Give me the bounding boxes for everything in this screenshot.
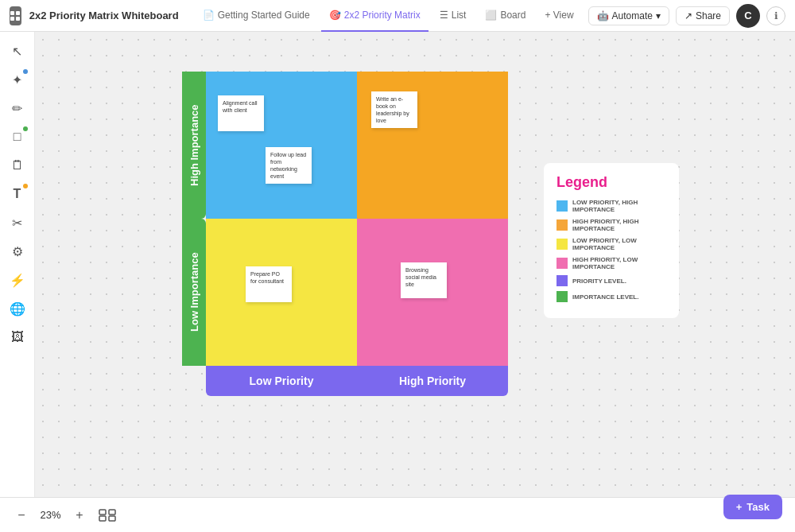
svg-rect-5 <box>109 510 115 515</box>
main: ↖ ✦ ✏ □ 🗒 T ✂ ⚙ ⚡ 🌐 <box>0 32 795 497</box>
matrix-bottom-row: Prepare PO for consultant Browsing socia… <box>206 219 508 366</box>
sidebar-item-globe[interactable]: 🌐 <box>5 296 30 321</box>
board-icon: ⬜ <box>485 10 497 21</box>
tab-list[interactable]: ☰ List <box>432 0 475 32</box>
svg-rect-0 <box>10 11 14 15</box>
sidebar-item-settings[interactable]: ⚙ <box>5 239 30 264</box>
automate-button[interactable]: 🤖 Automate ▾ <box>588 6 669 25</box>
sticky-social-media[interactable]: Browsing social media site <box>401 262 447 298</box>
matrix-grid: Alignment call with client Follow up lea… <box>206 72 508 366</box>
importance-labels: High Importance Low Importance <box>182 72 206 366</box>
legend-item-4: PRIORITY LEVEL. <box>556 275 666 286</box>
legend-color-green <box>556 291 568 302</box>
legend-title: Legend <box>556 174 666 191</box>
app-icon <box>10 6 21 25</box>
legend-color-blue <box>556 200 568 212</box>
legend-item-2: LOW PRIORITY, LOW IMPORTANCE <box>556 237 666 251</box>
cell-high-priority-low-importance[interactable]: Browsing social media site <box>357 219 508 366</box>
sidebar: ↖ ✦ ✏ □ 🗒 T ✂ ⚙ ⚡ 🌐 <box>0 32 35 497</box>
importance-high-label: High Importance <box>182 72 206 219</box>
legend-color-pink <box>556 258 568 269</box>
sidebar-item-transform[interactable]: ⚡ <box>5 267 30 293</box>
image-icon: 🖼 <box>11 330 24 344</box>
task-button[interactable]: + Task <box>723 495 782 519</box>
dot-yellow <box>23 184 28 188</box>
sticky-prepare-po[interactable]: Prepare PO for consultant <box>246 266 292 302</box>
svg-rect-2 <box>10 17 14 21</box>
pen-icon: ✏ <box>12 101 22 116</box>
sticky-followup[interactable]: Follow up lead from networking event <box>266 147 312 184</box>
sticky-ebook[interactable]: Write an e-book on leadership by love <box>371 91 417 128</box>
matrix-top-row: Alignment call with client Follow up lea… <box>206 72 508 219</box>
sticky-alignment[interactable]: Alignment call with client <box>218 95 264 131</box>
legend-color-yellow <box>556 239 568 250</box>
tab-view[interactable]: + View <box>537 0 581 32</box>
legend-color-orange <box>556 219 568 231</box>
svg-rect-1 <box>16 11 20 15</box>
info-button[interactable]: ℹ <box>766 6 785 25</box>
svg-rect-7 <box>109 516 115 521</box>
priority-high-label: High Priority <box>357 366 508 396</box>
priority-labels-row: Low Priority High Priority <box>206 366 508 396</box>
dot-green <box>23 126 28 131</box>
avatar: C <box>736 4 760 28</box>
chevron-down-icon: ▾ <box>656 10 661 21</box>
tab-getting-started[interactable]: 📄 Getting Started Guide <box>195 0 318 32</box>
doc-icon: 📄 <box>203 10 215 21</box>
cell-high-priority-high-importance[interactable]: Write an e-book on leadership by love <box>357 72 508 219</box>
sidebar-item-shapes[interactable]: □ <box>5 124 30 150</box>
scissors-icon: ✂ <box>12 216 22 231</box>
tab-board[interactable]: ⬜ Board <box>477 0 533 32</box>
header-actions: 🤖 Automate ▾ ↗ Share C ℹ <box>588 4 785 28</box>
sticky-icon: 🗒 <box>11 158 24 173</box>
transform-icon: ⚡ <box>10 273 25 288</box>
matrix-container: High Importance Low Importance Alignment… <box>182 72 508 396</box>
sidebar-item-text[interactable]: T <box>5 181 30 207</box>
list-icon: ☰ <box>440 10 448 21</box>
magic-icon: ✦ <box>12 72 22 87</box>
svg-rect-3 <box>16 17 20 21</box>
legend-item-5: IMPORTANCE LEVEL. <box>556 291 666 302</box>
shapes-icon: □ <box>14 130 21 144</box>
share-button[interactable]: ↗ Share <box>676 6 730 25</box>
cursor-icon: ↖ <box>12 44 22 59</box>
task-label: Task <box>747 501 770 513</box>
app-title: 2x2 Priority Matrix Whiteboard <box>29 10 179 21</box>
canvas[interactable]: High Importance Low Importance Alignment… <box>35 32 795 497</box>
cell-low-priority-low-importance[interactable]: Prepare PO for consultant <box>206 219 357 366</box>
importance-low-label: Low Importance <box>182 219 206 366</box>
text-icon: T <box>14 187 21 201</box>
matrix-main: High Importance Low Importance Alignment… <box>182 72 508 366</box>
zoom-in-button[interactable]: + <box>71 507 88 524</box>
share-icon: ↗ <box>684 10 692 21</box>
legend-item-0: LOW PRIORITY, HIGH IMPORTANCE <box>556 199 666 213</box>
zoom-level: 23% <box>37 509 64 521</box>
priority-low-label: Low Priority <box>206 366 357 396</box>
sidebar-item-image[interactable]: 🖼 <box>5 324 30 350</box>
tab-priority-matrix[interactable]: 🎯 2x2 Priority Matrix <box>321 0 429 32</box>
legend-item-1: HIGH PRIORITY, HIGH IMPORTANCE <box>556 218 666 232</box>
fit-view-button[interactable] <box>95 507 120 524</box>
legend-item-3: HIGH PRIORITY, LOW IMPORTANCE <box>556 256 666 270</box>
automate-icon: 🤖 <box>597 10 609 21</box>
zoom-out-button[interactable]: − <box>13 507 30 524</box>
legend-color-purple <box>556 275 568 286</box>
dot-blue <box>23 69 28 74</box>
settings-icon: ⚙ <box>12 244 23 259</box>
legend: Legend LOW PRIORITY, HIGH IMPORTANCE HIG… <box>544 163 679 318</box>
header: 2x2 Priority Matrix Whiteboard 📄 Getting… <box>0 0 795 32</box>
svg-rect-4 <box>99 510 106 515</box>
sidebar-item-sticky[interactable]: 🗒 <box>5 153 30 178</box>
task-plus-icon: + <box>736 501 743 513</box>
bottom-bar: − 23% + <box>0 497 795 532</box>
globe-icon: 🌐 <box>10 301 25 316</box>
matrix-icon: 🎯 <box>329 10 341 21</box>
sidebar-item-magic[interactable]: ✦ <box>5 67 30 92</box>
cell-low-priority-high-importance[interactable]: Alignment call with client Follow up lea… <box>206 72 357 219</box>
sidebar-item-scissors[interactable]: ✂ <box>5 210 30 235</box>
sidebar-item-cursor[interactable]: ↖ <box>5 38 30 64</box>
svg-rect-6 <box>99 516 106 521</box>
sidebar-item-pen[interactable]: ✏ <box>5 95 30 121</box>
